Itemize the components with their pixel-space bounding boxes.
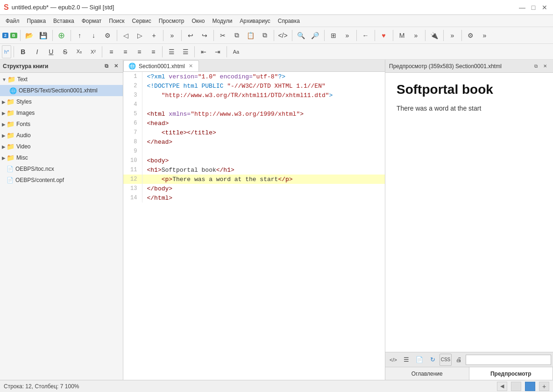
line-content-11[interactable]: <h1>Softportal book</h1> <box>142 165 385 175</box>
open-button[interactable]: 📂 <box>23 29 36 42</box>
ptb-list[interactable]: ☰ <box>400 354 412 366</box>
menu-view[interactable]: Просмотр <box>155 17 188 25</box>
heading-btn[interactable]: h* <box>2 45 11 58</box>
preview-close[interactable]: ✕ <box>541 62 549 70</box>
ptb-doc[interactable]: 📄 <box>413 354 425 366</box>
scissors[interactable]: ✂ <box>216 29 229 42</box>
back-btn[interactable]: ← <box>359 29 372 42</box>
heart-btn[interactable]: ♥ <box>377 29 390 42</box>
paste[interactable]: 📋 <box>244 29 257 42</box>
more2[interactable]: » <box>341 29 354 42</box>
line-content-5[interactable]: <html xmlns="http://www.w3.org/1999/xhtm… <box>142 109 385 119</box>
minimize-button[interactable]: — <box>518 3 527 12</box>
underline-btn[interactable]: U <box>44 45 57 58</box>
more4[interactable]: » <box>446 29 459 42</box>
subscript-btn[interactable]: X₂ <box>72 45 85 58</box>
strikethrough-btn[interactable]: S <box>58 45 71 58</box>
settings-btn[interactable]: ⚙ <box>101 29 114 42</box>
cut-left[interactable]: ◁ <box>120 29 133 42</box>
line-content-2[interactable]: <!DOCTYPE html PUBLIC "-//W3C//DTD XHTML… <box>142 81 385 91</box>
code-editor[interactable]: 1 <?xml version="1.0" encoding="utf-8"?>… <box>123 72 385 380</box>
align-justify[interactable]: ≡ <box>147 45 160 58</box>
status-scroll-bar[interactable] <box>511 382 521 391</box>
plugin1[interactable]: 🔌 <box>428 29 441 42</box>
tree-item-audio[interactable]: ▶ 📁 Audio <box>0 130 123 141</box>
ptb-search-input[interactable] <box>466 355 551 365</box>
line-content-4[interactable] <box>142 100 385 109</box>
paste2[interactable]: ⧉ <box>258 29 271 42</box>
ptb-refresh[interactable]: ↻ <box>426 354 439 366</box>
preview-restore[interactable]: ⧉ <box>532 62 540 70</box>
ptb-print[interactable]: 🖨 <box>453 354 465 366</box>
save-button[interactable]: 💾 <box>37 29 50 42</box>
menu-window[interactable]: Окно <box>188 17 208 25</box>
menu-format[interactable]: Формат <box>78 17 106 25</box>
ptb-code[interactable]: </> <box>387 354 399 366</box>
align-left[interactable]: ≡ <box>105 45 118 58</box>
menu-edit[interactable]: Правка <box>23 17 50 25</box>
superscript-btn[interactable]: X² <box>86 45 99 58</box>
code-btn[interactable]: </> <box>276 29 290 42</box>
indent-more[interactable]: ⇥ <box>211 45 224 58</box>
spell-btn[interactable]: Aa <box>229 45 242 58</box>
tree-item-section0001[interactable]: 🌐 OEBPS/Text/Section0001.xhtml <box>0 85 123 96</box>
status-nav-left[interactable]: ◀ <box>497 382 507 391</box>
align-center[interactable]: ≡ <box>119 45 132 58</box>
tree-item-misc[interactable]: ▶ 📁 Misc <box>0 152 123 163</box>
arrow-down[interactable]: ↓ <box>87 29 100 42</box>
menu-archive[interactable]: Архивариус <box>236 17 274 25</box>
redo-btn[interactable]: ↪ <box>198 29 211 42</box>
more5[interactable]: » <box>478 29 491 42</box>
more1[interactable]: » <box>166 29 179 42</box>
menu-search[interactable]: Поиск <box>105 17 128 25</box>
sidebar-close[interactable]: ✕ <box>112 62 120 70</box>
status-scroll-thumb[interactable] <box>525 382 535 391</box>
table-btn[interactable]: ⊞ <box>327 29 340 42</box>
line-content-7[interactable]: <title></title> <box>142 128 385 137</box>
align-right[interactable]: ≡ <box>133 45 146 58</box>
italic-btn[interactable]: I <box>30 45 43 58</box>
preview-tab-toc[interactable]: Оглавление <box>385 367 469 380</box>
menu-modules[interactable]: Модули <box>208 17 236 25</box>
preview-tab-preview[interactable]: Предпросмотр <box>469 367 553 380</box>
tree-item-images[interactable]: ▶ 📁 Images <box>0 107 123 119</box>
sidebar-restore[interactable]: ⧉ <box>102 62 111 70</box>
line-content-8[interactable]: </head> <box>142 137 385 147</box>
indent-less[interactable]: ⇤ <box>197 45 210 58</box>
line-content-1[interactable]: <?xml version="1.0" encoding="utf-8"?> <box>142 72 385 81</box>
mail-btn[interactable]: M <box>396 29 409 42</box>
maximize-button[interactable]: □ <box>529 3 538 12</box>
add-button[interactable]: ⊕ <box>55 29 68 42</box>
zoom-out[interactable]: 🔎 <box>309 29 322 42</box>
tree-item-text[interactable]: ▼ 📁 Text <box>0 74 123 85</box>
list-ordered[interactable]: ☰ <box>179 45 192 58</box>
line-content-12[interactable]: <p>There was a word at the start</p> <box>142 175 385 184</box>
extra1[interactable]: ⚙ <box>464 29 477 42</box>
line-content-6[interactable]: <head> <box>142 119 385 128</box>
arrow-up[interactable]: ↑ <box>73 29 86 42</box>
ptb-css[interactable]: CSS <box>440 354 452 366</box>
list-unordered[interactable]: ☰ <box>165 45 178 58</box>
add-code[interactable]: + <box>148 29 161 42</box>
tree-item-styles[interactable]: ▶ 📁 Styles <box>0 96 123 107</box>
menu-file[interactable]: Файл <box>2 17 23 25</box>
line-content-10[interactable]: <body> <box>142 156 385 165</box>
tree-item-toc[interactable]: ▶ 📄 OEBPS/toc.ncx <box>0 163 123 175</box>
editor-tab-section0001[interactable]: 🌐 Section0001.xhtml ✕ <box>123 60 199 71</box>
tree-item-opf[interactable]: ▶ 📄 OEBPS/content.opf <box>0 175 123 186</box>
bold-btn[interactable]: B <box>16 45 29 58</box>
line-content-9[interactable] <box>142 147 385 156</box>
more3[interactable]: » <box>410 29 423 42</box>
tree-item-fonts[interactable]: ▶ 📁 Fonts <box>0 119 123 130</box>
tab-close-btn[interactable]: ✕ <box>188 63 194 69</box>
cut-right[interactable]: ▷ <box>134 29 147 42</box>
undo-btn[interactable]: ↩ <box>184 29 197 42</box>
tree-item-video[interactable]: ▶ 📁 Video <box>0 141 123 152</box>
status-plus-btn[interactable]: + <box>539 382 549 391</box>
menu-insert[interactable]: Вставка <box>50 17 78 25</box>
search-tb[interactable]: 🔍 <box>295 29 308 42</box>
line-content-14[interactable]: </html> <box>142 193 385 203</box>
copy[interactable]: ⧉ <box>230 29 243 42</box>
menu-service[interactable]: Сервис <box>128 17 155 25</box>
menu-help[interactable]: Справка <box>274 17 304 25</box>
